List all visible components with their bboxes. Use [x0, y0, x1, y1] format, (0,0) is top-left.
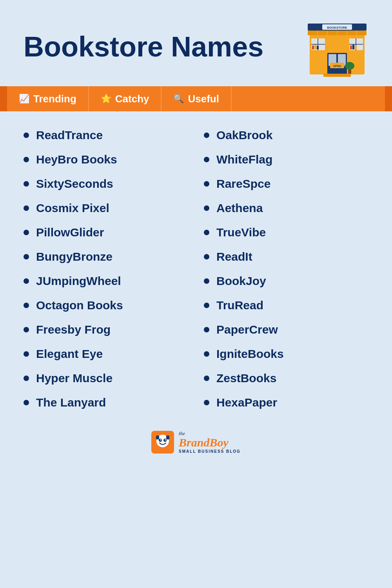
- bullet-icon: [24, 327, 29, 332]
- list-item: ZestBooks: [196, 366, 376, 390]
- list-item: PillowGlider: [16, 220, 196, 245]
- name-text: ReadIt: [216, 250, 252, 263]
- bullet-icon: [204, 376, 209, 381]
- header: Bookstore Names BOOKSTORE: [0, 0, 392, 86]
- bullet-icon: [24, 157, 29, 162]
- name-text: RareSpce: [216, 177, 270, 191]
- tab-useful-label: Useful: [188, 93, 219, 105]
- list-item: Elegant Eye: [16, 342, 196, 366]
- list-item: BungyBronze: [16, 245, 196, 269]
- bullet-icon: [24, 254, 29, 260]
- svg-point-34: [160, 439, 162, 440]
- list-item: OakBrook: [196, 123, 376, 147]
- svg-rect-23: [352, 45, 354, 49]
- brand-name: BrandBoy: [179, 437, 229, 448]
- list-item: BookJoy: [196, 269, 376, 293]
- name-text: Cosmix Pixel: [36, 201, 109, 215]
- list-item: SixtySeconds: [16, 172, 196, 196]
- name-text: WhiteFlag: [216, 153, 272, 166]
- name-text: ZestBooks: [216, 372, 276, 385]
- name-text: JUmpingWheel: [36, 274, 121, 288]
- bullet-icon: [24, 205, 29, 211]
- name-text: PaperCrew: [216, 323, 278, 336]
- bullet-icon: [204, 400, 209, 405]
- bullet-icon: [24, 303, 29, 308]
- name-text: The Lanyard: [36, 396, 106, 409]
- bullet-icon: [204, 351, 209, 357]
- name-text: BungyBronze: [36, 250, 113, 263]
- tabs-bar: 📈 Trending ⭐ Catchy 🔍 Useful: [0, 86, 392, 111]
- bullet-icon: [204, 327, 209, 332]
- bullet-icon: [24, 278, 29, 284]
- list-item: Cosmix Pixel: [16, 196, 196, 220]
- list-item: ReadTrance: [16, 123, 196, 147]
- tab-accent-left: [0, 86, 7, 111]
- name-text: IgniteBooks: [216, 347, 284, 361]
- list-item: Octagon Books: [16, 293, 196, 318]
- names-column-right: OakBrook WhiteFlag RareSpce Aethena True…: [196, 123, 376, 415]
- name-text: Elegant Eye: [36, 347, 103, 361]
- names-column-left: ReadTrance HeyBro Books SixtySeconds Cos…: [16, 123, 196, 415]
- bookstore-illustration: BOOKSTORE: [306, 16, 368, 78]
- svg-rect-24: [355, 46, 357, 49]
- list-item: Hyper Muscle: [16, 366, 196, 390]
- svg-point-35: [165, 439, 166, 440]
- bullet-icon: [204, 303, 209, 308]
- catchy-icon: ⭐: [101, 94, 111, 104]
- svg-rect-25: [323, 74, 351, 77]
- svg-rect-36: [156, 436, 159, 439]
- brand-name-part2: Boy: [209, 436, 228, 449]
- tab-trending-label: Trending: [33, 93, 76, 105]
- svg-rect-20: [314, 45, 316, 49]
- name-text: TrueVibe: [216, 226, 266, 239]
- svg-text:BOOKSTORE: BOOKSTORE: [327, 26, 347, 29]
- name-text: TruRead: [216, 299, 263, 312]
- bullet-icon: [204, 205, 209, 211]
- brand-tagline: SMALL BUSINESS BLOG: [179, 449, 241, 454]
- tab-trending[interactable]: 📈 Trending: [7, 86, 89, 111]
- name-text: ReadTrance: [36, 129, 103, 142]
- bullet-icon: [24, 376, 29, 381]
- bullet-icon: [204, 181, 209, 187]
- list-item: WhiteFlag: [196, 147, 376, 172]
- list-item: HeyBro Books: [16, 147, 196, 172]
- name-text: BookJoy: [216, 274, 266, 288]
- list-item: ReadIt: [196, 245, 376, 269]
- list-item: JUmpingWheel: [16, 269, 196, 293]
- list-item: RareSpce: [196, 172, 376, 196]
- name-text: Freesby Frog: [36, 323, 111, 336]
- name-text: Hyper Muscle: [36, 372, 113, 385]
- tab-catchy[interactable]: ⭐ Catchy: [89, 86, 162, 111]
- name-text: SixtySeconds: [36, 177, 113, 191]
- svg-text:OPEN: OPEN: [333, 65, 341, 67]
- name-text: HexaPaper: [216, 396, 277, 409]
- tab-catchy-label: Catchy: [115, 93, 149, 105]
- bullet-icon: [204, 157, 209, 162]
- bullet-icon: [24, 230, 29, 235]
- name-text: HeyBro Books: [36, 153, 117, 166]
- footer-brand: the BrandBoy SMALL BUSINESS BLOG: [151, 430, 241, 454]
- list-item: The Lanyard: [16, 390, 196, 415]
- bullet-icon: [24, 132, 29, 138]
- list-item: Aethena: [196, 196, 376, 220]
- bullet-icon: [204, 254, 209, 260]
- svg-rect-19: [312, 45, 314, 49]
- list-item: IgniteBooks: [196, 342, 376, 366]
- bullet-icon: [24, 400, 29, 405]
- names-section: ReadTrance HeyBro Books SixtySeconds Cos…: [0, 111, 392, 423]
- name-text: Octagon Books: [36, 299, 123, 312]
- svg-rect-37: [166, 436, 169, 439]
- tab-useful[interactable]: 🔍 Useful: [162, 86, 231, 111]
- svg-point-27: [345, 62, 354, 70]
- name-text: OakBrook: [216, 129, 272, 142]
- useful-icon: 🔍: [173, 94, 184, 104]
- brand-logo: [151, 431, 174, 454]
- bullet-icon: [24, 351, 29, 357]
- bullet-icon: [204, 230, 209, 235]
- bullet-icon: [204, 132, 209, 138]
- list-item: Freesby Frog: [16, 318, 196, 342]
- name-text: PillowGlider: [36, 226, 104, 239]
- list-item: HexaPaper: [196, 390, 376, 415]
- bullet-icon: [204, 278, 209, 284]
- bullet-icon: [24, 181, 29, 187]
